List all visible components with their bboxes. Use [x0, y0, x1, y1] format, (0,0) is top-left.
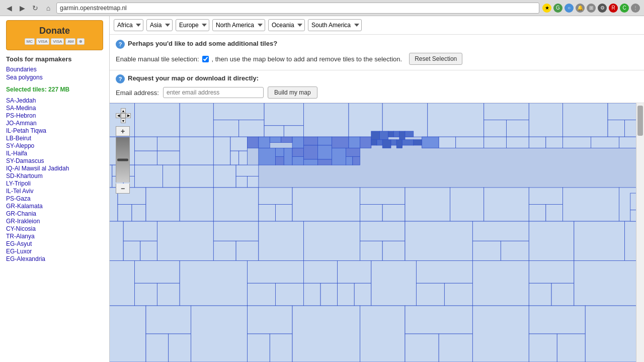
oceania-select[interactable]: Oceania	[268, 19, 305, 31]
tile-link[interactable]: SY-Damascus	[6, 157, 103, 164]
manual-checkbox[interactable]	[202, 56, 209, 62]
svg-rect-136	[135, 260, 180, 283]
back-button[interactable]: ◀	[4, 3, 14, 13]
svg-rect-52	[382, 140, 391, 148]
donate-button[interactable]: Donate MC VISA VISA AM ⊕	[6, 20, 103, 50]
tile-link[interactable]: PS-Hebron	[6, 112, 103, 119]
ext-icon2[interactable]: C	[620, 4, 629, 13]
star-icon[interactable]: ★	[542, 4, 551, 13]
boundaries-link[interactable]: Boundaries	[6, 66, 103, 73]
tile-link[interactable]: PS-Gaza	[6, 195, 103, 202]
more-icon[interactable]: ⋮	[631, 4, 640, 13]
svg-rect-164	[248, 306, 293, 334]
svg-rect-37	[281, 137, 292, 142]
svg-rect-40	[317, 137, 332, 145]
svg-rect-176	[585, 306, 644, 362]
tile-link[interactable]: LY-Tripoli	[6, 180, 103, 187]
tile-link[interactable]: GR-Irakleion	[6, 218, 103, 225]
home-button[interactable]: ⌂	[43, 3, 53, 13]
tile-link[interactable]: IL-Haifa	[6, 150, 103, 157]
pan-left-button[interactable]: ◀	[116, 113, 121, 118]
svg-rect-54	[396, 140, 402, 148]
zoom-out-button[interactable]: −	[116, 184, 130, 194]
svg-rect-105	[360, 205, 382, 222]
extension-icon1[interactable]: G	[553, 4, 562, 13]
amex-icon: AM	[65, 38, 75, 45]
build-map-button[interactable]: Build my map	[268, 86, 317, 99]
svg-rect-17	[529, 103, 562, 137]
svg-rect-83	[292, 148, 303, 157]
apps-icon[interactable]: ⊞	[587, 4, 596, 13]
build-heading: Request your map or download it directly…	[128, 74, 259, 82]
svg-rect-97	[146, 188, 180, 221]
tools-section: Tools for mapmakers Boundaries Sea polyg…	[6, 55, 103, 81]
refresh-button[interactable]: ↻	[30, 3, 40, 13]
svg-rect-106	[382, 205, 405, 222]
tile-link[interactable]: SA-Jeddah	[6, 97, 103, 104]
svg-rect-107	[405, 188, 450, 221]
svg-rect-36	[270, 137, 281, 142]
zoom-slider[interactable]	[116, 137, 130, 183]
reset-selection-button[interactable]: Reset Selection	[409, 53, 462, 65]
tile-link[interactable]: IL-Tel Aviv	[6, 188, 103, 195]
pan-up-button[interactable]: ▲	[121, 108, 126, 113]
tile-link[interactable]: GR-Kalamata	[6, 203, 103, 210]
forward-button[interactable]: ▶	[17, 3, 27, 13]
tile-link[interactable]: LB-Beirut	[6, 135, 103, 142]
scrollbar-right[interactable]	[636, 103, 644, 362]
notify-icon[interactable]: 🔔	[576, 4, 585, 13]
build-help-icon[interactable]: ?	[116, 74, 125, 83]
svg-rect-141	[248, 283, 276, 306]
south-america-select[interactable]: South America	[308, 19, 362, 31]
svg-rect-14	[484, 103, 529, 120]
tile-link[interactable]: JO-Amman	[6, 120, 103, 127]
svg-rect-88	[317, 159, 332, 165]
tile-link[interactable]: SD-Khartoum	[6, 172, 103, 179]
email-label: Email address:	[116, 89, 159, 97]
svg-rect-31	[230, 137, 248, 151]
svg-rect-10	[303, 103, 349, 137]
map-area[interactable]: ▲ ▼ ◀ ▶ + −	[110, 103, 644, 362]
tile-link[interactable]: CY-Nicosia	[6, 225, 103, 232]
help-icon[interactable]: ?	[116, 40, 125, 49]
manual-selection-row: Enable manual tile selection: , then use…	[116, 53, 638, 65]
zoom-in-button[interactable]: +	[116, 126, 130, 136]
svg-rect-39	[303, 137, 317, 145]
address-bar[interactable]	[56, 3, 539, 14]
north-america-select[interactable]: North America	[212, 19, 265, 31]
svg-rect-62	[529, 137, 546, 148]
tile-link[interactable]: EG-Asyut	[6, 240, 103, 247]
asia-select[interactable]: Asia	[146, 19, 173, 31]
ext-icon[interactable]: R	[609, 4, 618, 13]
svg-rect-73	[163, 165, 180, 188]
tile-link[interactable]: SA-Medina	[6, 105, 103, 112]
email-input[interactable]	[163, 87, 264, 98]
extension-icon2[interactable]: ○	[565, 4, 574, 13]
pan-right-button[interactable]: ▶	[126, 113, 131, 118]
svg-rect-125	[360, 221, 405, 241]
sea-polygons-link[interactable]: Sea polygons	[6, 74, 103, 81]
tile-link[interactable]: EG-Alexandria	[6, 255, 103, 262]
svg-rect-118	[140, 241, 157, 260]
map-svg	[110, 103, 644, 362]
pan-down-button[interactable]: ▼	[121, 118, 126, 123]
svg-rect-143	[303, 260, 337, 283]
visa-icon1: VISA	[36, 38, 49, 45]
svg-rect-7	[264, 103, 303, 126]
tile-link[interactable]: SY-Aleppo	[6, 142, 103, 149]
tile-link[interactable]: EG-Luxor	[6, 248, 103, 255]
tile-link[interactable]: TR-Alanya	[6, 233, 103, 240]
tile-link[interactable]: GR-Chania	[6, 210, 103, 217]
europe-select[interactable]: Europe	[176, 19, 209, 31]
svg-rect-135	[110, 260, 135, 306]
tile-link[interactable]: IQ-Al Mawsil al Jadidah	[6, 165, 103, 172]
svg-rect-100	[259, 188, 292, 205]
svg-rect-170	[405, 334, 439, 362]
svg-rect-163	[191, 306, 248, 362]
tile-link[interactable]: IL-Petah Tiqwa	[6, 127, 103, 134]
svg-rect-42	[349, 137, 360, 148]
settings-icon[interactable]: ⚙	[598, 4, 607, 13]
africa-select[interactable]: Africa	[114, 19, 143, 31]
svg-rect-126	[360, 241, 382, 260]
tools-title: Tools for mapmakers	[6, 55, 103, 63]
